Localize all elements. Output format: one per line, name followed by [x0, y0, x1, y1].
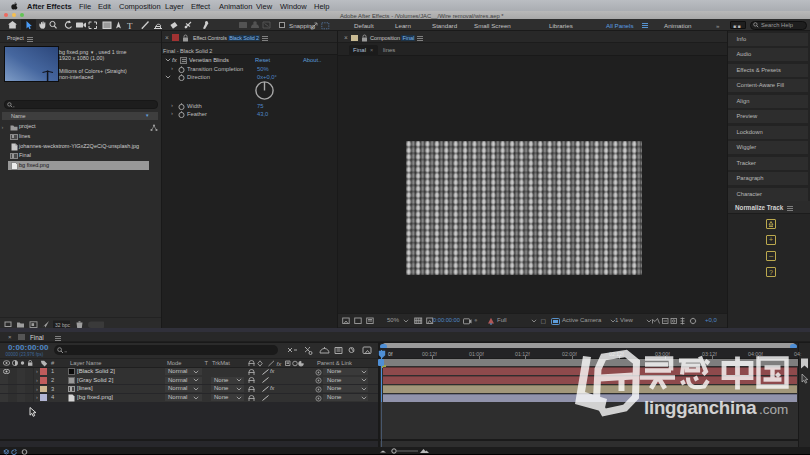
svg-text:lingganchina: lingganchina	[644, 397, 757, 418]
svg-text:fx: fx	[277, 361, 283, 367]
svg-text:.com: .com	[759, 402, 788, 417]
svg-text:32 bpc: 32 bpc	[55, 322, 71, 328]
svg-text:T: T	[127, 21, 133, 31]
